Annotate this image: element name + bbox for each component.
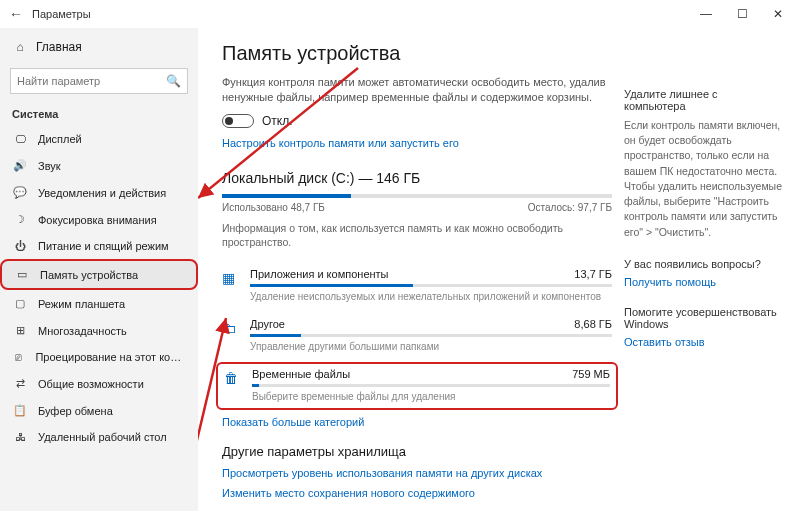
cat-sub: Выберите временные файлы для удаления bbox=[252, 391, 610, 402]
configure-storage-sense-link[interactable]: Настроить контроль памяти или запустить … bbox=[222, 137, 459, 149]
tip-heading: Удалите лишнее с компьютера bbox=[624, 88, 782, 112]
category-other[interactable]: 🗀 Другое8,68 ГБ Управление другими больш… bbox=[222, 312, 612, 362]
sidebar-section-label: Система bbox=[0, 104, 198, 126]
folder-icon: 🗀 bbox=[222, 318, 240, 336]
sidebar-item-storage[interactable]: ▭Память устройства bbox=[0, 259, 198, 290]
disk-usage-bar bbox=[222, 194, 612, 198]
search-input[interactable] bbox=[17, 75, 166, 87]
sidebar-item-focus[interactable]: ☽Фокусировка внимания bbox=[0, 206, 198, 233]
trash-icon: 🗑 bbox=[224, 368, 242, 386]
sidebar-item-sound[interactable]: 🔊Звук bbox=[0, 152, 198, 179]
disk-title: Локальный диск (C:) — 146 ГБ bbox=[222, 170, 612, 186]
storage-sense-toggle[interactable]: Откл. bbox=[222, 114, 612, 128]
disk-info: Информация о том, как используется памят… bbox=[222, 221, 612, 250]
sidebar-item-display[interactable]: 🖵Дисплей bbox=[0, 126, 198, 152]
help-heading: У вас появились вопросы? bbox=[624, 258, 782, 270]
cat-bar bbox=[252, 384, 610, 387]
back-button[interactable]: ← bbox=[4, 6, 28, 22]
cat-sub: Удаление неиспользуемых или нежелательны… bbox=[250, 291, 612, 302]
home-label: Главная bbox=[36, 40, 82, 54]
cat-size: 759 МБ bbox=[572, 368, 610, 380]
view-other-drives-link[interactable]: Просмотреть уровень использования памяти… bbox=[222, 467, 612, 479]
remote-icon: 🖧 bbox=[12, 431, 28, 443]
page-title: Память устройства bbox=[222, 42, 612, 65]
clipboard-icon: 📋 bbox=[12, 404, 28, 417]
maximize-button[interactable]: ☐ bbox=[724, 7, 760, 21]
disk-free-label: Осталось: 97,7 ГБ bbox=[528, 202, 612, 213]
project-icon: ⎚ bbox=[12, 351, 25, 363]
cat-bar bbox=[250, 334, 612, 337]
share-icon: ⇄ bbox=[12, 377, 28, 390]
toggle-track bbox=[222, 114, 254, 128]
sidebar-item-notifications[interactable]: 💬Уведомления и действия bbox=[0, 179, 198, 206]
tip-body: Если контроль памяти включен, он будет о… bbox=[624, 118, 782, 240]
cat-name: Другое bbox=[250, 318, 285, 330]
sidebar-item-shared[interactable]: ⇄Общие возможности bbox=[0, 370, 198, 397]
window-title: Параметры bbox=[32, 8, 91, 20]
storage-icon: ▭ bbox=[14, 268, 30, 281]
titlebar: ← Параметры — ☐ ✕ bbox=[0, 0, 800, 28]
show-more-categories-link[interactable]: Показать больше категорий bbox=[222, 416, 612, 428]
apps-icon: ▦ bbox=[222, 268, 240, 286]
close-button[interactable]: ✕ bbox=[760, 7, 796, 21]
power-icon: ⏻ bbox=[12, 240, 28, 252]
cat-size: 8,68 ГБ bbox=[574, 318, 612, 330]
sidebar-item-remote[interactable]: 🖧Удаленный рабочий стол bbox=[0, 424, 198, 450]
sidebar-item-project[interactable]: ⎚Проецирование на этот компьютер bbox=[0, 344, 198, 370]
cat-size: 13,7 ГБ bbox=[574, 268, 612, 280]
multitask-icon: ⊞ bbox=[12, 324, 28, 337]
sidebar-item-clipboard[interactable]: 📋Буфер обмена bbox=[0, 397, 198, 424]
moon-icon: ☽ bbox=[12, 213, 28, 226]
disk-used-label: Использовано 48,7 ГБ bbox=[222, 202, 325, 213]
search-box[interactable]: 🔍 bbox=[10, 68, 188, 94]
sidebar: ⌂ Главная 🔍 Система 🖵Дисплей 🔊Звук 💬Увед… bbox=[0, 28, 198, 511]
notify-icon: 💬 bbox=[12, 186, 28, 199]
right-panel: Удалите лишнее с компьютера Если контрол… bbox=[624, 88, 782, 366]
disk-used-fill bbox=[222, 194, 351, 198]
minimize-button[interactable]: — bbox=[688, 7, 724, 21]
storage-sense-desc: Функция контроля памяти может автоматиче… bbox=[222, 75, 612, 106]
sidebar-item-power[interactable]: ⏻Питание и спящий режим bbox=[0, 233, 198, 259]
feedback-link[interactable]: Оставить отзыв bbox=[624, 336, 782, 348]
main-content: Память устройства Функция контроля памят… bbox=[198, 28, 800, 511]
tablet-icon: ▢ bbox=[12, 297, 28, 310]
feedback-heading: Помогите усовершенствовать Windows bbox=[624, 306, 782, 330]
other-storage-title: Другие параметры хранилища bbox=[222, 444, 612, 459]
home-icon: ⌂ bbox=[12, 40, 28, 54]
home-button[interactable]: ⌂ Главная bbox=[0, 34, 198, 60]
cat-name: Приложения и компоненты bbox=[250, 268, 389, 280]
search-icon: 🔍 bbox=[166, 74, 181, 88]
get-help-link[interactable]: Получить помощь bbox=[624, 276, 782, 288]
display-icon: 🖵 bbox=[12, 133, 28, 145]
sidebar-item-tablet[interactable]: ▢Режим планшета bbox=[0, 290, 198, 317]
cat-bar bbox=[250, 284, 612, 287]
sound-icon: 🔊 bbox=[12, 159, 28, 172]
category-temp-files[interactable]: 🗑 Временные файлы759 МБ Выберите временн… bbox=[216, 362, 618, 410]
category-apps[interactable]: ▦ Приложения и компоненты13,7 ГБ Удалени… bbox=[222, 262, 612, 312]
sidebar-item-multitask[interactable]: ⊞Многозадачность bbox=[0, 317, 198, 344]
cat-sub: Управление другими большими папками bbox=[250, 341, 612, 352]
cat-name: Временные файлы bbox=[252, 368, 350, 380]
change-save-location-link[interactable]: Изменить место сохранения нового содержи… bbox=[222, 487, 612, 499]
toggle-label: Откл. bbox=[262, 114, 293, 128]
toggle-knob bbox=[225, 117, 233, 125]
